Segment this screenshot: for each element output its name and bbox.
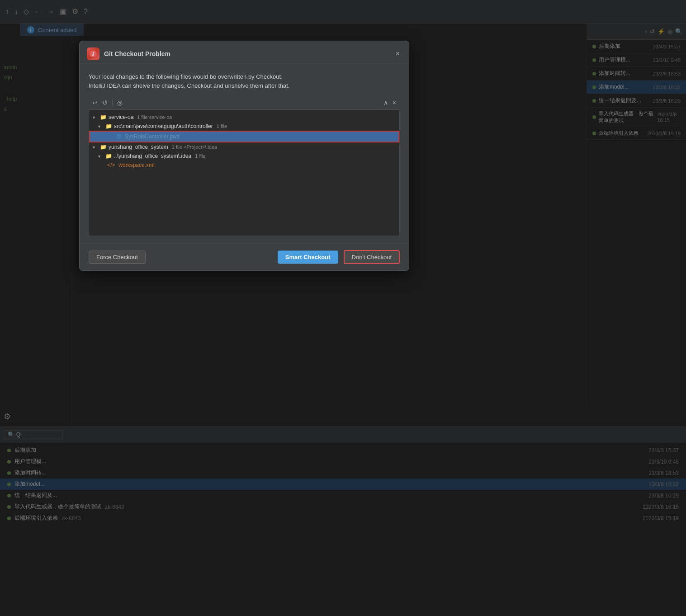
- tree-label: yunshang_office_system: [109, 144, 168, 150]
- dialog-description-line2: IntelliJ IDEA can shelve the changes, Ch…: [89, 82, 289, 89]
- tree-item-idea-folder[interactable]: ▾ 📁 ..\yunshang_office_system\.idea 1 fi…: [89, 152, 399, 161]
- close-tree-icon[interactable]: ×: [393, 99, 396, 106]
- chevron-down-icon: ▾: [93, 115, 98, 120]
- java-file-icon: ©: [117, 133, 121, 140]
- smart-checkout-button[interactable]: Smart Checkout: [278, 251, 338, 264]
- folder-icon: 📁: [105, 123, 112, 129]
- dialog-footer: Force Checkout Smart Checkout Don't Chec…: [80, 243, 409, 270]
- chevron-down-icon: ▾: [93, 145, 98, 150]
- xml-file-icon: </>: [107, 162, 115, 168]
- dialog-logo: J: [87, 47, 99, 60]
- dialog-body: Your local changes to the following file…: [80, 65, 409, 243]
- tree-item-yunshang[interactable]: ▾ 📁 yunshang_office_system 1 file <Proje…: [89, 142, 399, 152]
- tree-meta: 1 file service-oa: [137, 114, 172, 120]
- tree-item-sys-role-controller[interactable]: © SysRoleController.java: [89, 131, 399, 142]
- eye-toolbar-icon[interactable]: ◎: [117, 99, 123, 106]
- svg-text:J: J: [92, 52, 95, 57]
- dialog-title: Git Checkout Problem: [104, 50, 389, 57]
- move-icon[interactable]: ↩: [92, 99, 98, 106]
- tree-label: src\main\java\com\atguigu\auth\controlle…: [114, 123, 213, 129]
- force-checkout-button[interactable]: Force Checkout: [89, 251, 146, 264]
- folder-icon: 📁: [105, 153, 112, 159]
- tree-item-controller-folder[interactable]: ▾ 📁 src\main\java\com\atguigu\auth\contr…: [89, 122, 399, 131]
- undo-icon[interactable]: ↺: [102, 99, 108, 106]
- tree-label: SysRoleController.java: [125, 133, 180, 140]
- file-tree-toolbar: ↩ ↺ ◎ ∧ ×: [89, 96, 400, 109]
- dialog-header: J Git Checkout Problem ×: [80, 41, 409, 65]
- tree-item-service-oa[interactable]: ▾ 📁 service-oa 1 file service-oa: [89, 113, 399, 122]
- tree-label: workspace.xml: [118, 162, 154, 168]
- folder-icon: 📁: [100, 114, 107, 120]
- toolbar-divider: [112, 99, 113, 106]
- folder-icon: 📁: [100, 144, 107, 150]
- chevron-down-icon: ▾: [98, 124, 104, 129]
- chevron-up-icon[interactable]: ∧: [383, 99, 388, 106]
- dialog-description-line1: Your local changes to the following file…: [89, 73, 283, 80]
- chevron-down-icon: ▾: [98, 154, 104, 159]
- tree-label: service-oa: [109, 114, 133, 120]
- file-tree: ▾ 📁 service-oa 1 file service-oa ▾ 📁 src…: [89, 109, 400, 236]
- dont-checkout-button[interactable]: Don't Checkout: [344, 250, 400, 264]
- tree-meta: 1 file <Project>\.idea: [172, 144, 217, 150]
- git-checkout-dialog: J Git Checkout Problem × Your local chan…: [79, 41, 409, 271]
- tree-label: ..\yunshang_office_system\.idea: [114, 153, 191, 159]
- tree-meta: 1 file: [217, 123, 227, 129]
- dialog-close-button[interactable]: ×: [394, 48, 402, 60]
- tree-meta: 1 file: [195, 153, 205, 159]
- dialog-description: Your local changes to the following file…: [89, 72, 400, 90]
- tree-item-workspace-xml[interactable]: </> workspace.xml: [89, 161, 399, 170]
